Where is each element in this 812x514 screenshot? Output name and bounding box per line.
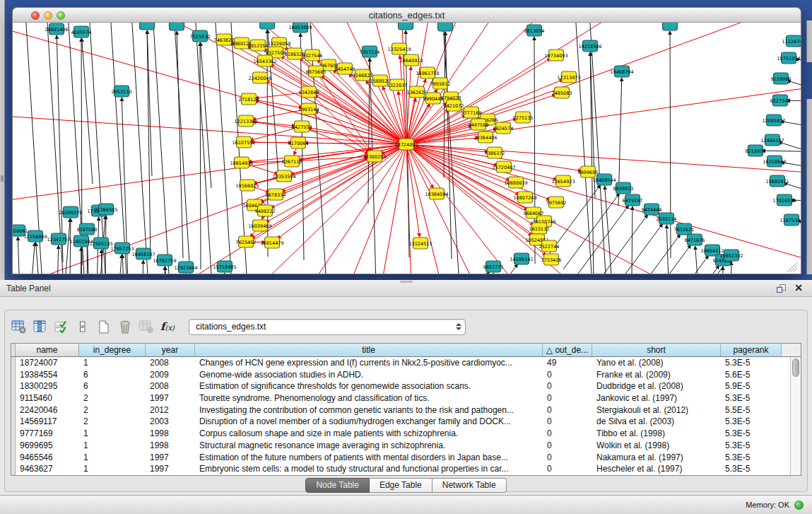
table-settings-icon[interactable] — [11, 316, 28, 337]
column-header-pagerank[interactable]: pagerank — [721, 344, 782, 356]
network-edge[interactable] — [635, 245, 691, 274]
left-panel-edge[interactable] — [0, 0, 5, 280]
network-edge[interactable] — [13, 23, 406, 144]
network-edge[interactable] — [314, 95, 406, 144]
network-edge[interactable] — [606, 223, 663, 274]
show-columns-icon[interactable] — [32, 316, 49, 337]
network-edge[interactable] — [13, 23, 406, 144]
table-row[interactable]: 1456911722003Disruption of a novel membe… — [11, 416, 801, 428]
network-edge[interactable] — [147, 30, 151, 257]
new-column-icon[interactable] — [95, 316, 112, 337]
float-panel-icon[interactable] — [776, 284, 787, 296]
network-edge[interactable] — [266, 81, 406, 144]
node-label: 7632621 — [674, 227, 695, 233]
network-edge[interactable] — [55, 245, 59, 274]
table-row[interactable]: 977716911998Corpus callosum shape and si… — [11, 428, 801, 440]
network-edge[interactable] — [13, 23, 406, 144]
select-all-checks-icon[interactable] — [53, 316, 70, 337]
tab-node-table[interactable]: Node Table — [305, 478, 370, 493]
column-header-name[interactable]: name — [16, 344, 79, 356]
panel-collapse-handle[interactable] — [1, 175, 4, 182]
tab-network-table[interactable]: Network Table — [433, 478, 507, 493]
tab-edge-table[interactable]: Edge Table — [370, 478, 433, 493]
delete-column-icon[interactable] — [117, 316, 134, 337]
cell-short: Wolkin et al. (1998) — [592, 440, 721, 452]
network-edge[interactable] — [195, 23, 212, 274]
node-label: 9227343 — [770, 98, 791, 104]
column-header-year[interactable]: year — [146, 344, 195, 356]
table-row[interactable]: 1830029562008Estimation of significance … — [11, 380, 801, 392]
node-label: 15652332 — [719, 253, 743, 259]
network-edge[interactable] — [215, 23, 232, 274]
cell-title: Investigating the contribution of common… — [195, 404, 543, 416]
vertical-scrollbar[interactable] — [790, 357, 801, 475]
node-label: 13654923 — [551, 179, 575, 185]
table-row[interactable]: 1872400712008Changes of HCN gene express… — [11, 357, 801, 369]
network-edge[interactable] — [433, 271, 490, 274]
memory-ok-icon[interactable] — [794, 501, 804, 510]
network-node[interactable] — [438, 23, 453, 31]
table-row[interactable]: 1938455462009Genome-wide association stu… — [11, 369, 801, 381]
network-edge[interactable] — [590, 52, 594, 274]
window-titlebar[interactable]: citations_edges.txt — [12, 7, 801, 23]
table-row[interactable]: 946554611997Estimation of the future num… — [11, 452, 801, 464]
node-label: 4170064 — [288, 141, 309, 146]
network-edge[interactable] — [114, 255, 122, 274]
network-edge[interactable] — [80, 247, 81, 274]
network-edge[interactable] — [27, 243, 35, 274]
column-header-title[interactable]: title — [195, 344, 543, 356]
function-builder-icon[interactable]: f(x) — [159, 316, 176, 337]
network-edge[interactable] — [131, 23, 148, 274]
cell-in_degree: 1 — [79, 428, 146, 440]
network-node[interactable] — [170, 23, 184, 30]
network-node[interactable] — [399, 23, 413, 30]
panel-splitter-handle[interactable] — [400, 281, 413, 283]
table-row[interactable]: 946362711997Embryonic stem cells: a mode… — [11, 463, 801, 475]
node-label: 9129966 — [771, 76, 792, 82]
node-label: 10688639 — [504, 180, 527, 186]
network-edge[interactable] — [13, 23, 406, 144]
canvas-resize-grip[interactable] — [787, 262, 797, 272]
node-label: 10384594 — [425, 192, 448, 197]
network-edge[interactable] — [89, 23, 106, 274]
network-edge[interactable] — [762, 151, 801, 152]
column-header-out_degree[interactable]: △ out_de... — [543, 344, 592, 356]
table-chooser-dropdown[interactable]: citations_edges.txt — [189, 319, 466, 335]
network-node[interactable] — [663, 23, 678, 30]
close-panel-icon[interactable]: ✕ — [794, 282, 803, 293]
node-label: 18353594 — [272, 174, 295, 180]
table-panel-title: Table Panel — [6, 284, 51, 293]
network-edge[interactable] — [575, 23, 592, 274]
table-panel-titlebar[interactable]: Table Panel ✕ — [0, 280, 812, 297]
network-node[interactable] — [140, 23, 155, 30]
network-edge[interactable] — [200, 42, 201, 269]
network-canvas[interactable]: 7515530160538097357224881305419218506206… — [12, 23, 801, 274]
network-edge[interactable] — [62, 218, 70, 274]
network-edge[interactable] — [563, 193, 620, 269]
row-list-icon[interactable] — [74, 316, 91, 337]
network-edge[interactable] — [201, 42, 211, 188]
network-node[interactable] — [260, 23, 275, 29]
network-edge[interactable] — [493, 273, 498, 274]
scrollbar-thumb[interactable] — [792, 358, 799, 377]
network-edge[interactable] — [140, 260, 143, 274]
network-edge[interactable] — [663, 265, 719, 274]
network-edge[interactable] — [652, 255, 709, 274]
column-header-short[interactable]: short — [592, 344, 721, 356]
network-edge[interactable] — [572, 205, 629, 274]
table-row[interactable]: 2242004622012Investigating the contribut… — [11, 404, 801, 416]
network-edge[interactable] — [13, 70, 406, 144]
node-label: 15718485 — [213, 264, 236, 270]
network-edge[interactable] — [316, 71, 371, 151]
table-row[interactable]: 911546021997Tourette syndrome. Phenomeno… — [11, 392, 801, 404]
table-row[interactable]: 969969511998Structural magnetic resonanc… — [11, 440, 801, 452]
network-edge[interactable] — [82, 38, 93, 184]
cell-year: 1998 — [146, 428, 195, 440]
network-edge[interactable] — [13, 23, 406, 144]
network-edge[interactable] — [18, 237, 24, 274]
network-edge[interactable] — [221, 273, 225, 274]
column-header-in_degree[interactable]: in_degree — [79, 344, 146, 356]
cell-pagerank: 5.3E-5 — [721, 463, 782, 475]
network-view-window[interactable]: citations_edges.txt 75155301605380973572… — [12, 7, 801, 274]
node-label: 18640910 — [399, 58, 423, 64]
